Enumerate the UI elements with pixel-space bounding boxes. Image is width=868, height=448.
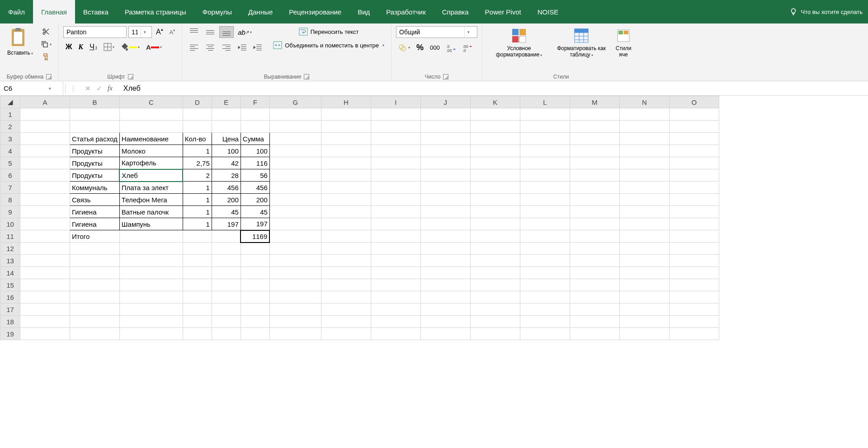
column-header-F[interactable]: F — [241, 96, 269, 108]
cell-B10[interactable]: Гигиена — [70, 218, 120, 230]
cell-F17[interactable] — [241, 303, 269, 316]
orientation-button[interactable]: ab↗▾ — [236, 27, 254, 37]
cell-L5[interactable] — [520, 157, 570, 169]
cell-I14[interactable] — [371, 267, 420, 279]
cell-O1[interactable] — [669, 108, 719, 121]
bold-button[interactable]: Ж — [63, 42, 74, 52]
cell-K7[interactable] — [470, 182, 520, 194]
underline-button[interactable]: Ч▾ — [87, 42, 99, 52]
tab-noise[interactable]: NOISE — [529, 0, 567, 23]
cell-H5[interactable] — [321, 157, 371, 169]
cell-D12[interactable] — [183, 243, 212, 255]
cell-A1[interactable] — [20, 108, 70, 121]
cell-N16[interactable] — [619, 291, 669, 303]
row-header-16[interactable]: 16 — [0, 291, 20, 303]
cell-D10[interactable]: 1 — [183, 218, 212, 230]
cell-B6[interactable]: Продукты — [70, 169, 120, 182]
column-header-H[interactable]: H — [321, 96, 371, 108]
cell-D3[interactable]: Кол-во — [183, 133, 212, 145]
cell-K10[interactable] — [470, 218, 520, 230]
tab-insert[interactable]: Вставка — [75, 0, 117, 23]
cell-N6[interactable] — [619, 169, 669, 182]
tab-view[interactable]: Вид — [349, 0, 378, 23]
column-header-M[interactable]: M — [570, 96, 619, 108]
decrease-font-button[interactable]: A▾ — [167, 28, 178, 37]
cell-J14[interactable] — [420, 267, 470, 279]
cell-F19[interactable] — [241, 328, 269, 340]
cell-F12[interactable] — [241, 243, 269, 255]
cell-F18[interactable] — [241, 316, 269, 328]
cell-G4[interactable] — [269, 145, 321, 157]
cell-G13[interactable] — [269, 255, 321, 267]
cell-O10[interactable] — [669, 218, 719, 230]
cell-N4[interactable] — [619, 145, 669, 157]
cell-A6[interactable] — [20, 169, 70, 182]
cell-F7[interactable]: 456 — [241, 182, 269, 194]
increase-indent-button[interactable] — [251, 42, 264, 53]
cell-E9[interactable]: 45 — [212, 206, 241, 218]
cell-A12[interactable] — [20, 243, 70, 255]
cell-N15[interactable] — [619, 279, 669, 291]
cell-E4[interactable]: 100 — [212, 145, 241, 157]
cell-L15[interactable] — [520, 279, 570, 291]
cell-L7[interactable] — [520, 182, 570, 194]
row-header-14[interactable]: 14 — [0, 267, 20, 279]
cell-M15[interactable] — [570, 279, 619, 291]
align-center-button[interactable] — [203, 42, 217, 53]
cell-I3[interactable] — [371, 133, 420, 145]
cell-J8[interactable] — [420, 194, 470, 206]
format-as-table-button[interactable]: Форматировать как таблицу▾ — [554, 26, 609, 60]
cell-D2[interactable] — [183, 121, 212, 133]
tab-help[interactable]: Справка — [434, 0, 477, 23]
cell-B8[interactable]: Связь — [70, 194, 120, 206]
cell-F1[interactable] — [241, 108, 269, 121]
borders-button[interactable]: ▾ — [101, 42, 117, 52]
cell-K13[interactable] — [470, 255, 520, 267]
paste-button[interactable]: Вставить▾ — [5, 26, 36, 58]
cell-B11[interactable]: Итого — [70, 230, 120, 243]
cell-E13[interactable] — [212, 255, 241, 267]
italic-button[interactable]: К — [76, 42, 85, 52]
cell-G3[interactable] — [269, 133, 321, 145]
cell-H8[interactable] — [321, 194, 371, 206]
cell-C3[interactable]: Наименование — [119, 133, 183, 145]
cell-H14[interactable] — [321, 267, 371, 279]
cell-J7[interactable] — [420, 182, 470, 194]
cell-I15[interactable] — [371, 279, 420, 291]
row-header-10[interactable]: 10 — [0, 218, 20, 230]
row-header-9[interactable]: 9 — [0, 206, 20, 218]
column-header-C[interactable]: C — [119, 96, 183, 108]
cell-F9[interactable]: 45 — [241, 206, 269, 218]
row-header-5[interactable]: 5 — [0, 157, 20, 169]
align-middle-button[interactable] — [203, 26, 217, 38]
cell-A2[interactable] — [20, 121, 70, 133]
cell-D11[interactable] — [183, 230, 212, 243]
row-header-17[interactable]: 17 — [0, 303, 20, 316]
cell-B17[interactable] — [70, 303, 120, 316]
cell-I12[interactable] — [371, 243, 420, 255]
cell-L14[interactable] — [520, 267, 570, 279]
name-box-input[interactable] — [4, 84, 49, 92]
cell-H7[interactable] — [321, 182, 371, 194]
column-header-N[interactable]: N — [619, 96, 669, 108]
cell-C10[interactable]: Шампунь — [119, 218, 183, 230]
number-format-input[interactable] — [396, 28, 464, 36]
cell-F2[interactable] — [241, 121, 269, 133]
row-header-19[interactable]: 19 — [0, 328, 20, 340]
cell-G9[interactable] — [269, 206, 321, 218]
cell-N5[interactable] — [619, 157, 669, 169]
cell-J1[interactable] — [420, 108, 470, 121]
cell-G19[interactable] — [269, 328, 321, 340]
column-header-O[interactable]: O — [669, 96, 719, 108]
cell-I18[interactable] — [371, 316, 420, 328]
cell-G1[interactable] — [269, 108, 321, 121]
cell-N13[interactable] — [619, 255, 669, 267]
column-header-A[interactable]: A — [20, 96, 70, 108]
cell-D6[interactable]: 2 — [183, 169, 212, 182]
formula-input[interactable] — [119, 84, 868, 93]
cell-J19[interactable] — [420, 328, 470, 340]
cell-H2[interactable] — [321, 121, 371, 133]
cell-H3[interactable] — [321, 133, 371, 145]
copy-button[interactable]: ▾ — [38, 39, 54, 50]
cell-O6[interactable] — [669, 169, 719, 182]
